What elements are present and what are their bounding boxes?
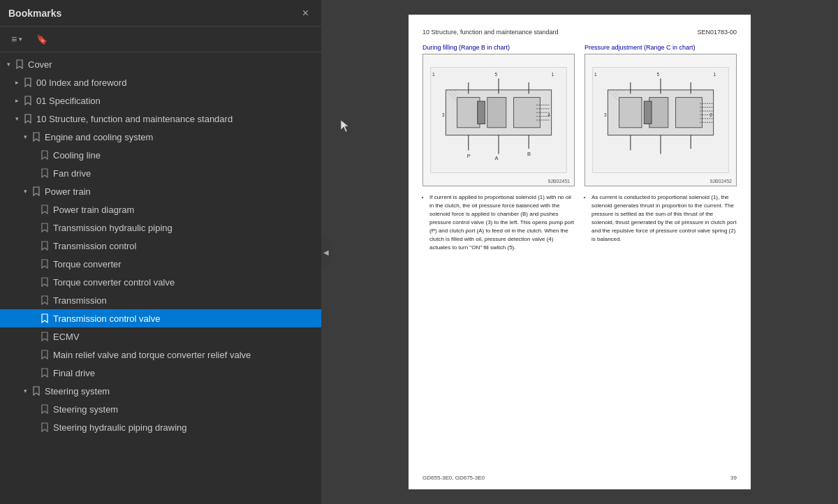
expand-icon [28,222,39,233]
expand-icon [28,276,39,288]
item-label-ecmv: ECMV [53,332,318,342]
bookmark-icon [39,168,50,179]
bookmark-icon [31,131,42,142]
item-label-tcontrol: Transmission control [53,241,318,251]
bookmark-icon [39,349,50,360]
expand-icon [28,313,39,324]
tree-item-steeringhydraulic[interactable]: Steering hydraulic piping drawing [0,418,321,436]
tree-item-spec[interactable]: ▸01 Specification [0,91,321,110]
svg-text:3: 3 [604,112,607,117]
close-button[interactable]: × [298,6,313,21]
svg-rect-5 [514,98,541,128]
bullet-left-text: If current is applied to proportional so… [429,193,575,252]
svg-rect-4 [487,98,506,128]
bookmark-icon [39,240,50,251]
item-label-steering: Steering system [45,386,318,396]
svg-text:P: P [467,153,471,159]
item-label-torque: Torque converter [53,259,318,269]
bookmark-icon [22,95,34,106]
bookmark-icon [22,77,34,88]
tree-item-tcontrol[interactable]: Transmission control [0,237,321,255]
svg-text:1: 1 [552,72,554,77]
bookmark-icon [39,149,50,161]
diagram-right-block: Pressure adjustment (Range C in chart) [585,44,737,186]
expand-icon[interactable]: ▾ [11,113,22,124]
tree-item-steering[interactable]: ▾Steering system [0,382,321,400]
expand-icon[interactable]: ▾ [20,186,31,197]
tree-item-structure[interactable]: ▾10 Structure, function and maintenance … [0,110,321,128]
item-label-ptdiagram: Power train diagram [53,205,318,215]
list-view-button[interactable]: ≡ ▾ [7,31,27,47]
diagram-right-caption: Pressure adjustment (Range C in chart) [585,44,737,51]
svg-rect-34 [644,101,652,124]
diagram-left-block: During filling (Range B in chart) [422,44,575,186]
item-label-structure: 10 Structure, function and maintenance s… [36,114,318,124]
item-label-torquevalve: Torque converter control valve [53,277,318,288]
svg-text:5: 5 [657,72,660,77]
expand-icon[interactable]: ▾ [3,59,14,70]
tree-item-tcontrolvalve[interactable]: Transmission control valve [0,309,321,327]
tree-item-transmission[interactable]: Transmission [0,291,321,309]
diagram-right: 1 5 1 3 2 [585,54,737,186]
tree-item-engine[interactable]: ▾Engine and cooling system [0,128,321,146]
bookmark-icon [31,385,42,396]
dropdown-icon: ▾ [19,36,22,43]
expand-icon[interactable]: ▾ [20,385,31,396]
bookmark-icon [31,186,42,197]
tree-item-cover[interactable]: ▾Cover [0,55,321,73]
bookmark-icon [39,222,50,233]
tree-item-ptdiagram[interactable]: Power train diagram [0,200,321,218]
bookmark-icon [39,258,50,269]
tree-item-finaldrive[interactable]: Final drive [0,364,321,382]
item-label-powertrain: Power train [45,186,318,197]
item-label-steeringsys: Steering system [53,404,318,415]
tree-item-steeringsys[interactable]: Steering system [0,400,321,418]
tree-item-ecmv[interactable]: ECMV [0,327,321,346]
expand-icon [28,403,39,415]
footer-model: GD655-3E0, GD675-3E0 [422,475,485,481]
svg-text:B: B [527,151,531,157]
item-label-fan: Fan drive [53,168,318,179]
tree-item-hydraulic[interactable]: Transmission hydraulic piping [0,218,321,237]
bullets-row: If current is applied to proportional so… [422,193,737,252]
bookmark-view-button[interactable]: 🔖 [32,31,52,47]
collapse-panel-button[interactable]: ◀ [321,238,331,266]
svg-rect-32 [649,98,668,128]
svg-rect-6 [478,101,485,124]
page: 10 Structure, function and maintenance s… [409,15,751,489]
bookmark-icon [14,59,25,70]
svg-text:1: 1 [432,72,435,77]
expand-icon[interactable]: ▸ [11,77,22,88]
expand-icon [28,295,39,306]
svg-rect-33 [676,98,703,128]
item-label-transmission: Transmission [53,295,318,306]
expand-icon [28,331,39,342]
tree-item-torque[interactable]: Torque converter [0,255,321,273]
bookmark-icon [39,204,50,215]
expand-icon [28,168,39,179]
item-label-cooling: Cooling line [53,150,318,161]
expand-icon[interactable]: ▾ [20,131,31,142]
diagram-right-id: 9JB02452 [710,179,732,184]
tree-item-cooling[interactable]: Cooling line [0,146,321,164]
diagrams-row: During filling (Range B in chart) [422,44,737,186]
tree-item-relief[interactable]: Main relief valve and torque converter r… [0,346,321,364]
bookmark-icon [22,113,34,124]
toolbar: ≡ ▾ 🔖 [0,27,321,52]
tree-item-index[interactable]: ▸00 Index and foreword [0,73,321,91]
tree-view: ▾Cover▸00 Index and foreword▸01 Specific… [0,52,321,504]
tree-item-fan[interactable]: Fan drive [0,164,321,182]
svg-rect-31 [619,98,642,128]
tree-item-powertrain[interactable]: ▾Power train [0,182,321,200]
bookmark-icon [39,403,50,415]
bookmark-icon [39,313,50,324]
expand-icon[interactable]: ▸ [11,95,22,106]
diagram-left-id: 9JB02451 [547,179,570,184]
footer-page: 39 [730,475,737,481]
tree-item-torquevalve[interactable]: Torque converter control valve [0,273,321,291]
page-footer: GD655-3E0, GD675-3E0 39 [422,475,737,481]
panel-title: Bookmarks [8,8,61,19]
expand-icon [28,149,39,161]
svg-text:3: 3 [442,112,445,117]
list-icon: ≡ [11,34,17,45]
